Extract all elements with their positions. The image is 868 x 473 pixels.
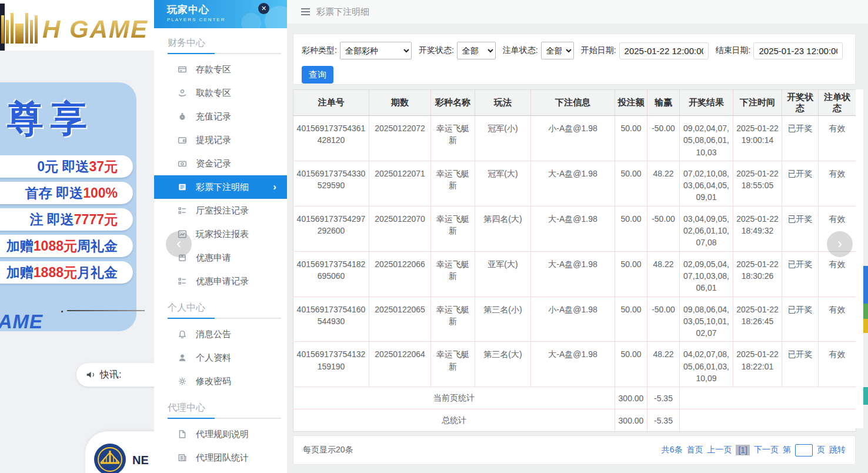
table-cell: 09,02,04,07,05,08,06,01,10,03	[680, 116, 733, 161]
promo-headline: 尊享	[7, 94, 94, 144]
sidebar-item-recharge-records[interactable]: 充值记录	[154, 105, 287, 128]
hand-coin-icon	[178, 88, 187, 98]
page-stats-label: 当前页统计	[293, 387, 615, 409]
table-cell: 50.00	[615, 116, 647, 161]
news-ticker: 快讯: ♥	[76, 363, 154, 387]
logo-bars-icon	[1, 13, 38, 44]
table-cell: 50.00	[615, 297, 647, 342]
widget-teal-segment[interactable]	[863, 387, 868, 405]
table-cell: 幸运飞艇新	[431, 297, 475, 342]
widget-blue-segment[interactable]	[863, 266, 868, 304]
table-cell: 冠军(小)	[475, 116, 531, 161]
carousel-next-button[interactable]: ›	[827, 231, 853, 257]
sidebar-item-announcements[interactable]: 消息公告	[154, 322, 287, 346]
column-header: 注单号	[293, 90, 369, 116]
table-cell: 2025-01-22 18:26:45	[733, 297, 782, 342]
table-cell: 有效	[819, 342, 856, 387]
sidebar-item-withdraw[interactable]: 取款专区	[154, 81, 287, 105]
table-cell: 401569173754297292600	[293, 206, 369, 251]
column-header: 期数	[369, 90, 431, 116]
promo-banner: 尊享 0元 即送37元首存 即送100%注 即送7777元加赠1088元周礼金加…	[0, 82, 136, 331]
jump-button[interactable]: 跳转	[829, 445, 846, 455]
sidebar-item-fund-records[interactable]: 资金记录	[154, 152, 287, 175]
sidebar-item-label: 消息公告	[196, 329, 231, 340]
cash-icon	[178, 159, 187, 168]
table-cell: 20250122066	[369, 251, 431, 297]
order-status-select[interactable]: 全部	[541, 42, 574, 59]
table-cell: 50.00	[615, 251, 647, 297]
end-date-input[interactable]	[753, 42, 843, 59]
bet-table-card: 注单号期数彩种名称玩法下注信息投注额输赢开奖结果下注时间开奖状态注单状态 401…	[293, 89, 856, 432]
table-cell: 幸运飞艇新	[431, 342, 475, 387]
table-cell: 幸运飞艇新	[431, 206, 475, 251]
table-cell: 大-A盘@1.98	[531, 206, 615, 251]
section-title: 个人中心	[154, 293, 287, 318]
sidebar-item-agent-rules[interactable]: 代理规则说明	[154, 422, 287, 446]
news-icon	[178, 453, 187, 462]
table-cell: 50.00	[615, 342, 647, 387]
total-stats-bet: 300.00	[615, 409, 647, 432]
table-cell: 幸运飞艇新	[431, 116, 475, 161]
sidebar-item-label: 取款专区	[196, 88, 231, 99]
table-cell: 已开奖	[782, 251, 819, 297]
sidebar-item-label: 修改密码	[196, 376, 231, 387]
sidebar-header: 玩家中心 PLAYERS CENTER ✕	[154, 0, 287, 28]
column-header: 注单状态	[819, 90, 856, 116]
table-cell: 有效	[819, 297, 856, 342]
sidebar-item-profile[interactable]: 个人资料	[154, 346, 287, 369]
current-page-indicator: [1]	[736, 445, 750, 455]
first-page-link[interactable]: 首页	[686, 445, 703, 455]
list-icon	[178, 206, 187, 215]
prev-page-link[interactable]: 上一页	[707, 445, 732, 455]
table-cell: 07,02,10,08,03,06,04,05,09,01	[680, 161, 733, 206]
table-cell: 已开奖	[782, 342, 819, 387]
table-cell: 03,04,09,05,02,06,01,10,07,08	[680, 206, 733, 251]
table-cell: 02,09,05,04,07,10,03,08,06,01	[680, 251, 733, 297]
table-cell: 2025-01-22 18:30:26	[733, 251, 782, 297]
sidebar-item-withdraw-records[interactable]: 提现记录	[154, 128, 287, 152]
wallet-icon	[178, 135, 187, 145]
sidebar-item-label: 厅室投注记录	[196, 205, 249, 216]
app: H GAME 尊享 0元 即送37元首存 即送100%注 即送7777元加赠10…	[0, 0, 868, 473]
draw-status-select[interactable]: 全部	[457, 42, 496, 59]
total-count: 共6条	[662, 445, 683, 455]
sidebar-item-agent-team-stats[interactable]: 代理团队统计	[154, 446, 287, 469]
document-icon	[178, 429, 187, 439]
section-title: 代理中心	[154, 393, 287, 418]
table-cell: 小-A盘@1.98	[531, 297, 615, 342]
column-header: 下注信息	[531, 90, 615, 116]
jump-suffix-label: 页	[817, 445, 825, 455]
widget-yellow-segment[interactable]	[863, 319, 868, 333]
hh-game-logo: H GAME	[1, 13, 148, 44]
gamepad-decoration	[241, 13, 261, 28]
next-page-link[interactable]: 下一页	[754, 445, 779, 455]
sidebar-item-promo-apply-records[interactable]: 优惠申请记录	[154, 269, 287, 293]
jump-prefix-label: 第	[783, 445, 791, 455]
table-cell: 已开奖	[782, 161, 819, 206]
section-divider	[168, 318, 281, 319]
table-cell: 401569173754182695060	[293, 251, 369, 297]
search-button[interactable]: 查询	[302, 66, 333, 84]
bell-icon	[178, 329, 187, 339]
order-status-label: 注单状态:	[503, 45, 538, 56]
sidebar-item-hall-bet-records[interactable]: 厅室投注记录	[154, 199, 287, 222]
sidebar-item-change-password[interactable]: 修改密码	[154, 369, 287, 393]
page-stats-row: 当前页统计 300.00 -5.35	[293, 387, 856, 409]
table-cell: 20250122064	[369, 342, 431, 387]
lottery-type-select[interactable]: 全部彩种	[340, 42, 412, 59]
jump-page-input[interactable]	[795, 444, 813, 457]
carousel-prev-button[interactable]: ‹	[166, 231, 192, 257]
table-cell: 有效	[819, 251, 856, 297]
section-divider	[168, 418, 281, 419]
bank-card-icon	[178, 65, 187, 74]
start-date-input[interactable]	[619, 42, 709, 59]
sidebar-item-deposit[interactable]: 存款专区	[154, 58, 287, 81]
sidebar-item-bet-details[interactable]: 彩票下注明细›	[154, 175, 287, 199]
floating-service-widget[interactable]	[863, 266, 868, 333]
column-header: 开奖状态	[782, 90, 819, 116]
table-cell: 48.22	[647, 161, 680, 206]
widget-green-segment[interactable]	[863, 304, 868, 319]
gamepad-x-icon: ✕	[258, 3, 269, 14]
hamburger-icon[interactable]	[301, 8, 310, 15]
table-cell: 已开奖	[782, 297, 819, 342]
